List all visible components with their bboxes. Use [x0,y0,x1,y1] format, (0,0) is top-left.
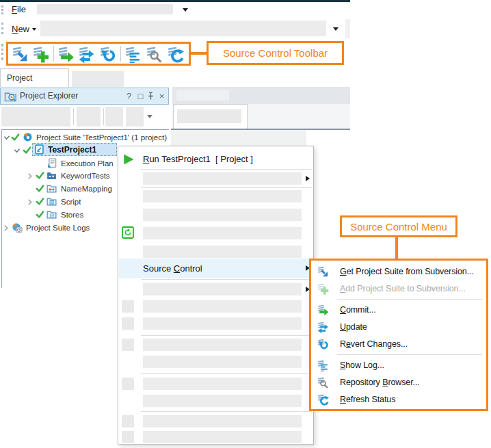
explorer-toolbar-separator [73,108,74,125]
submenu-item-update[interactable]: Update [311,319,486,336]
menu-icon-placeholder [122,300,134,313]
script-folder-icon [47,196,57,207]
commit-icon [317,304,329,316]
toolbar-separator [53,46,54,62]
menu-item-source-control[interactable]: Source Control [119,259,313,278]
explorer-toolbar-separator [103,108,104,125]
source-control-submenu: Get Project Suite from Subversion... Add… [309,259,488,411]
menubar-placeholder [37,4,173,14]
show-log-icon[interactable] [124,45,142,63]
run-icon [122,153,135,166]
update-icon [317,321,329,333]
window-top-edge [0,0,350,2]
tree-item-project-suite-logs[interactable]: Project Suite Logs [26,224,90,232]
commit-icon[interactable] [57,45,75,63]
menubar-grip[interactable] [1,5,3,14]
tree-item-stores[interactable]: Stores [61,211,83,219]
submenu-arrow-icon [306,176,310,181]
source-control-toolbar [6,42,191,66]
sc-menu-annotation: Source Control Menu [340,215,457,237]
submenu-item-repository-browser[interactable]: Repository Browser... [311,374,486,391]
explorer-toolbar-placeholder [126,107,144,127]
repository-browser-icon [317,376,329,388]
menu-separator [141,373,312,374]
help-icon[interactable]: ? [124,88,134,104]
new-dropdown-caret[interactable] [32,28,36,31]
menu-item-placeholder [143,209,302,221]
close-icon[interactable]: × [157,88,167,104]
expand-closed-icon[interactable] [26,172,34,180]
menu-icon-placeholder [122,339,134,351]
explorer-toolbar-placeholder [77,107,101,127]
add-project-suite-icon[interactable] [31,45,49,63]
explorer-toolbar-caret[interactable] [147,115,152,118]
maximize-icon[interactable]: □ [135,88,146,104]
revert-changes-icon[interactable] [98,45,116,63]
menu-separator [141,187,312,188]
tree-item-script[interactable]: Script [61,198,81,206]
menu-item-placeholder [143,339,302,351]
sc-toolbar-grip[interactable] [1,44,3,60]
project-icon [34,144,44,155]
checked-icon [36,171,44,180]
submenu-item-add-project-suite[interactable]: Add Project Suite to Subversion... [311,280,486,298]
expand-closed-icon[interactable] [2,224,10,232]
toolbar-dropdown-caret[interactable] [333,27,339,31]
get-project-suite-icon [317,265,329,278]
tree-item-testproject1[interactable]: TestProject1 [48,145,96,155]
project-explorer-icon [4,90,17,103]
editor-area [171,129,350,146]
explorer-toolbar-placeholder [1,107,70,127]
checked-icon [36,197,44,206]
menu-item-placeholder [143,283,302,295]
tab-project-workspace[interactable]: Project Workspace [0,68,69,87]
revert-changes-icon [317,338,329,350]
checked-icon [23,146,31,155]
menu-item-placeholder [143,356,302,368]
auto-hide-pin-icon[interactable] [146,92,155,101]
get-project-suite-icon[interactable] [11,45,29,63]
file-menu[interactable]: File [12,4,26,14]
repository-browser-icon[interactable] [145,45,163,63]
submenu-item-revert-changes[interactable]: Revert Changes... [311,336,486,353]
right-panel-placeholder [176,90,229,101]
submenu-item-refresh-status[interactable]: Refresh Status [311,391,486,408]
submenu-item-get-project-suite[interactable]: Get Project Suite from Subversion... [311,263,486,280]
annotation-connector [191,52,207,55]
submenu-item-commit[interactable]: Commit... [311,302,486,319]
document-tab-placeholder [177,109,241,123]
explorer-toolbar-placeholder [105,107,123,127]
project-suite-logs-icon [12,222,23,233]
tree-item-execution-plan[interactable]: Execution Plan [61,159,114,168]
project-explorer-header: Project Explorer ? □ × [0,88,169,105]
update-icon[interactable] [77,45,95,63]
checked-icon [36,184,44,193]
menu-item-run[interactable]: Run TestProject1 [ Project ] [118,149,313,170]
new-button[interactable]: New [12,24,29,34]
panel-title: Project Explorer [20,88,78,104]
menu-separator [141,169,312,170]
show-log-icon [317,359,329,371]
menu-item-placeholder [143,317,302,330]
expand-open-icon[interactable] [3,134,10,142]
standard-toolbar-grip[interactable] [1,23,3,34]
menu-icon-placeholder [122,431,134,443]
expand-open-icon[interactable] [13,147,21,155]
tree-item-project-suite[interactable]: Project Suite 'TestProject1' (1 project) [36,133,167,142]
editor-area-placeholder [171,130,306,146]
annotation-connector [395,237,398,259]
refresh-status-icon[interactable] [166,45,184,63]
expand-closed-icon[interactable] [26,198,34,206]
tree-item-keywordtests[interactable]: KeywordTests [61,172,110,180]
submenu-item-show-log[interactable]: Show Log... [311,357,486,374]
convert-project-icon [122,226,134,239]
add-project-suite-icon [317,282,329,295]
standard-toolbar-placeholder [40,21,326,36]
menubar-dropdown-caret[interactable] [183,8,188,12]
refresh-status-icon [317,393,329,406]
keywordtests-folder-icon [47,170,57,181]
tree-item-namemapping[interactable]: NameMapping [61,185,112,193]
namemapping-icon [47,183,57,194]
stores-folder-icon [47,209,57,220]
menu-separator [337,354,482,355]
